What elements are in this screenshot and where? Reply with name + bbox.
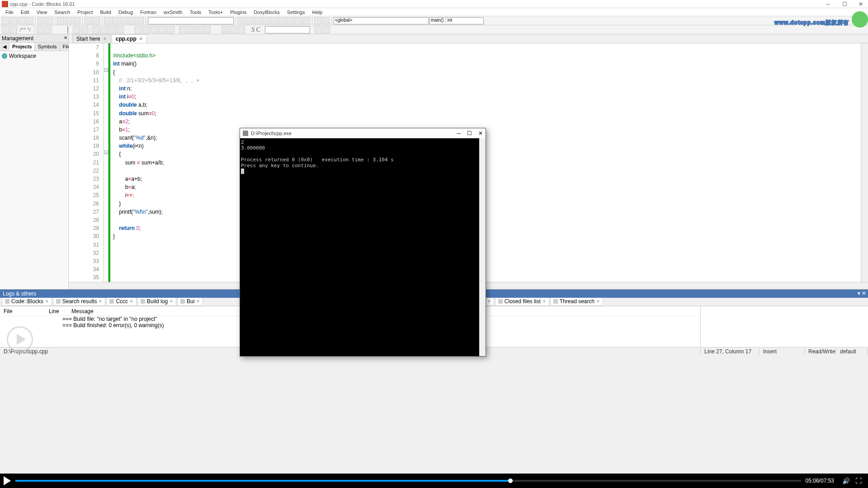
log-tab-close-icon[interactable]: ✕ (196, 299, 200, 304)
menu-view[interactable]: View (34, 9, 50, 15)
console-output[interactable]: 2 3.000000 Process returned 0 (0x0) exec… (240, 138, 486, 176)
debug-info-button[interactable] (322, 17, 330, 24)
wrench-icon[interactable] (323, 26, 330, 33)
undo-button[interactable] (38, 17, 45, 24)
debug-step-into-button[interactable] (262, 17, 269, 24)
menu-wxsmith[interactable]: wxSmith (161, 9, 185, 15)
zoom-out-button[interactable] (230, 26, 237, 33)
console-window[interactable]: D:\Project\cpp.exe ─ ☐ ✕ 2 3.000000 Proc… (240, 128, 486, 357)
menu-edit[interactable]: Edit (18, 9, 32, 15)
build-run-button[interactable] (120, 17, 127, 24)
format-combo[interactable] (265, 26, 310, 33)
workspace-node[interactable]: Workspace (2, 53, 66, 59)
rebuild-button[interactable] (128, 17, 136, 24)
doxy-button-2[interactable] (10, 26, 17, 33)
log-tab-close-icon[interactable]: ✕ (542, 299, 546, 304)
log-tab-build-log[interactable]: Build log✕ (137, 297, 176, 306)
block-button-9[interactable] (203, 26, 211, 33)
editor-vscroll[interactable] (861, 43, 868, 282)
debug-run-to-cursor-button[interactable] (246, 17, 253, 24)
menu-search[interactable]: Search (52, 9, 73, 15)
debug-stop-button[interactable] (303, 17, 310, 24)
menu-project[interactable]: Project (75, 9, 95, 15)
scope-combo[interactable]: <global> (334, 17, 429, 24)
save-button[interactable] (18, 17, 25, 24)
debug-step-instr-button[interactable] (287, 17, 294, 24)
select-button[interactable] (100, 26, 108, 33)
editor-tab[interactable]: cpp.cpp✕ (112, 34, 147, 43)
log-tab-thread-search[interactable]: Thread search✕ (550, 297, 603, 306)
console-close-button[interactable]: ✕ (478, 130, 483, 136)
tool-button-a[interactable] (37, 26, 44, 33)
play-overlay-icon[interactable] (7, 326, 33, 352)
fold-marker[interactable]: - (104, 68, 108, 72)
fullscreen-icon[interactable]: ⛶ (855, 477, 862, 484)
log-tab-cccc[interactable]: Cccc✕ (106, 297, 137, 306)
progress-bar[interactable] (15, 480, 801, 482)
debug-next-button[interactable] (254, 17, 261, 24)
log-tab-close-icon[interactable]: ✕ (596, 299, 600, 304)
management-tab-projects[interactable]: Projects (9, 43, 35, 51)
target-combo[interactable] (148, 17, 234, 24)
block-button-7[interactable] (187, 26, 194, 33)
source-code[interactable]: #include<stdio.h>int main(){ // 2/1+3/2+… (110, 43, 868, 282)
zoom-reset-button[interactable] (238, 26, 245, 33)
menu-tools[interactable]: Tools (187, 9, 204, 15)
block-button-5[interactable] (167, 26, 175, 33)
log-tab-closed-files-list[interactable]: Closed files list✕ (495, 297, 549, 306)
menu-file[interactable]: File (3, 9, 16, 15)
menu-help[interactable]: Help (309, 9, 325, 15)
nav-fwd-button[interactable] (81, 26, 88, 33)
close-button[interactable]: ✕ (855, 1, 866, 7)
fold-column[interactable]: - - (104, 43, 108, 282)
logs-collapse-icon[interactable]: ▾ ✕ (858, 290, 866, 296)
cut-button[interactable] (57, 17, 64, 24)
debug-next-instr-button[interactable] (278, 17, 286, 24)
run-button[interactable] (112, 17, 119, 24)
save-all-button[interactable] (26, 17, 33, 24)
play-button[interactable] (4, 476, 11, 485)
menu-debug[interactable]: Debug (116, 9, 136, 15)
menu-fortran[interactable]: Fortran (137, 9, 159, 15)
log-tab-close-icon[interactable]: ✕ (130, 299, 133, 304)
abort-button[interactable] (137, 17, 144, 24)
editor-tab[interactable]: Start here✕ (72, 34, 111, 43)
tool-button-b[interactable] (45, 26, 52, 33)
block-button-1[interactable] (135, 26, 142, 33)
editor-tab-close-icon[interactable]: ✕ (139, 37, 143, 41)
management-tab-symbols[interactable]: Symbols (35, 43, 60, 51)
replace-button[interactable] (93, 17, 100, 24)
paste-button[interactable] (73, 17, 80, 24)
log-tab-close-icon[interactable]: ✕ (99, 299, 102, 304)
minimize-button[interactable]: ─ (823, 1, 834, 7)
project-tree[interactable]: Workspace (0, 51, 68, 61)
debug-break-button[interactable] (295, 17, 302, 24)
menu-build[interactable]: Build (97, 9, 113, 15)
new-file-button[interactable] (2, 17, 9, 24)
menu-settings[interactable]: Settings (284, 9, 308, 15)
abc-button-2[interactable] (117, 26, 124, 33)
menu-doxyblocks[interactable]: DoxyBlocks (251, 9, 282, 15)
block-button-6[interactable] (179, 26, 186, 33)
build-button[interactable] (104, 17, 111, 24)
console-titlebar[interactable]: D:\Project\cpp.exe ─ ☐ ✕ (240, 128, 486, 138)
doxy-button-1[interactable] (2, 26, 9, 33)
console-vscroll[interactable] (479, 138, 486, 356)
copy-button[interactable] (65, 17, 72, 24)
zoom-in-button[interactable] (222, 26, 229, 33)
log-tab-close-icon[interactable]: ✕ (487, 299, 491, 304)
block-button-2[interactable] (143, 26, 150, 33)
debug-start-button[interactable] (238, 17, 245, 24)
log-tab-close-icon[interactable]: ✕ (45, 299, 49, 304)
management-close-icon[interactable]: ✕ (64, 35, 67, 40)
open-file-button[interactable] (10, 17, 17, 24)
highlight-button[interactable] (92, 26, 99, 33)
volume-icon[interactable]: 🔊 (842, 477, 850, 484)
abc-button-1[interactable] (108, 26, 116, 33)
menu-tools+[interactable]: Tools+ (206, 9, 226, 15)
find-button[interactable] (85, 17, 92, 24)
maximize-button[interactable]: ☐ (839, 1, 850, 7)
console-minimize-button[interactable]: ─ (457, 130, 461, 136)
console-maximize-button[interactable]: ☐ (467, 130, 472, 136)
log-tab-bui[interactable]: Bui✕ (177, 297, 203, 306)
